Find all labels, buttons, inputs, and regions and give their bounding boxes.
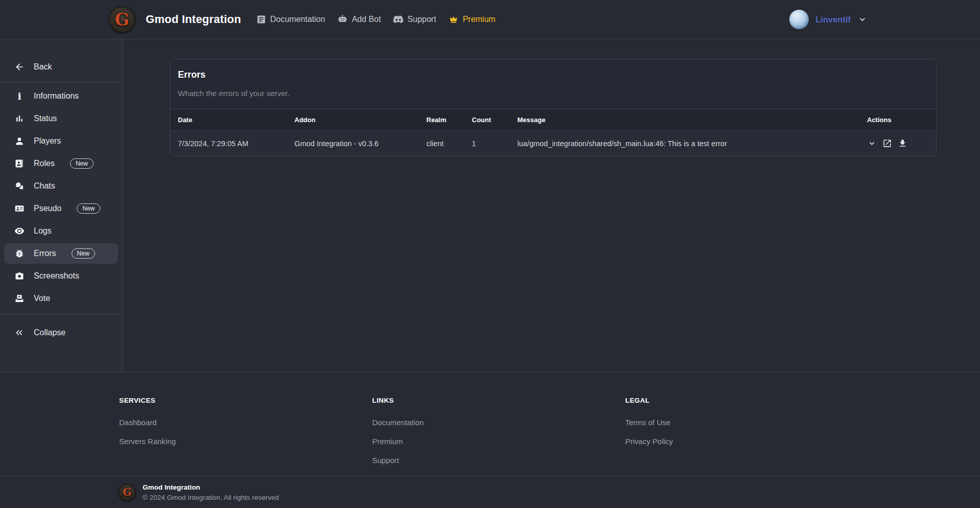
brand-logo-letter: G [115, 10, 129, 30]
top-navbar: G Gmod Integration Documentation Add Bot [0, 0, 980, 39]
nav-link-label: Documentation [270, 15, 326, 24]
sidebar-item-label: Screenshots [34, 271, 79, 281]
table-row: 7/3/2024, 7:29:05 AM Gmod Integration - … [170, 131, 936, 156]
chevron-down-icon [857, 14, 868, 25]
cell-date: 7/3/2024, 7:29:05 AM [170, 131, 287, 156]
sidebar-item-screenshots[interactable]: Screenshots [4, 266, 118, 286]
main-content: Errors Whatch the errors of your server.… [123, 40, 980, 372]
table-header-row: Date Addon Realm Count Message Actions [170, 109, 936, 131]
column-header-date: Date [170, 109, 287, 131]
nav-link-support[interactable]: Support [387, 14, 442, 25]
logs-icon [14, 226, 25, 236]
footer-copyright: © 2024 Gmod Integration. All rights rese… [143, 494, 279, 501]
page-title: Errors [178, 70, 928, 80]
info-icon: i [14, 91, 25, 101]
documentation-icon [256, 14, 266, 25]
sidebar-back-button[interactable]: Back [4, 57, 118, 77]
footer-brand-logo: G [119, 484, 135, 500]
chats-icon [14, 181, 25, 191]
footer-columns: SERVICES Dashboard Servers Ranking LINKS… [0, 372, 980, 465]
sidebar-item-pseudo[interactable]: Pseudo New [4, 198, 118, 219]
cell-actions [859, 131, 936, 156]
errors-card: Errors Whatch the errors of your server.… [170, 59, 937, 156]
sidebar-divider [0, 82, 122, 83]
nav-link-label: Premium [463, 15, 495, 24]
sidebar-item-label: Collapse [34, 328, 65, 337]
support-icon [393, 14, 403, 25]
status-icon [14, 113, 25, 124]
sidebar-item-label: Back [34, 62, 52, 72]
footer-link-privacy-policy[interactable]: Privacy Policy [625, 437, 878, 446]
sidebar-item-chats[interactable]: Chats [4, 176, 118, 196]
sidebar-item-logs[interactable]: Logs [4, 221, 118, 241]
footer-section-title: SERVICES [119, 397, 372, 404]
sidebar-item-informations[interactable]: i Informations [4, 86, 118, 106]
brand-title: Gmod Integration [146, 13, 241, 26]
sidebar-item-label: Errors [34, 249, 56, 258]
sidebar-item-label: Logs [34, 226, 52, 236]
column-header-realm: Realm [419, 109, 464, 131]
new-badge: New [72, 248, 95, 259]
footer-bottom-bar: G Gmod Integration © 2024 Gmod Integrati… [0, 476, 980, 508]
footer-brand-logo-letter: G [123, 486, 131, 498]
sidebar-item-status[interactable]: Status [4, 108, 118, 129]
sidebar-item-label: Pseudo [34, 204, 61, 213]
user-name: Linventif [815, 15, 851, 25]
sidebar-item-label: Roles [34, 159, 55, 168]
sidebar-collapse-button[interactable]: Collapse [4, 322, 118, 343]
footer-link-support[interactable]: Support [372, 456, 625, 465]
bug-icon [14, 248, 25, 259]
sidebar-item-errors[interactable]: Errors New [4, 243, 118, 264]
column-header-message: Message [510, 109, 859, 131]
nav-link-add-bot[interactable]: Add Bot [331, 14, 387, 25]
footer-link-dashboard[interactable]: Dashboard [119, 418, 372, 427]
sidebar-item-label: Informations [34, 91, 79, 101]
footer-link-premium[interactable]: Premium [372, 437, 625, 446]
cell-message: lua/gmod_integration/shared/sh_main.lua:… [510, 131, 859, 156]
footer-link-servers-ranking[interactable]: Servers Ranking [119, 437, 372, 446]
external-link-icon[interactable] [882, 138, 892, 148]
sidebar-item-label: Players [34, 136, 61, 146]
back-arrow-icon [14, 62, 25, 72]
sidebar: Back i Informations Status Players Roles… [0, 39, 123, 372]
sidebar-item-vote[interactable]: Vote [4, 288, 118, 309]
nav-link-premium[interactable]: Premium [442, 14, 502, 25]
sidebar-item-roles[interactable]: Roles New [4, 153, 118, 174]
avatar [789, 10, 809, 29]
sidebar-item-label: Vote [34, 294, 50, 303]
new-badge: New [77, 203, 100, 214]
nav-link-label: Support [407, 15, 436, 24]
footer: SERVICES Dashboard Servers Ranking LINKS… [0, 372, 980, 508]
nav-link-documentation[interactable]: Documentation [250, 14, 332, 25]
errors-card-header: Errors Whatch the errors of your server. [170, 59, 936, 109]
pseudo-icon [14, 203, 25, 214]
expand-row-icon[interactable] [867, 138, 877, 148]
footer-section-title: LINKS [372, 397, 625, 404]
footer-brand-name: Gmod Integration [143, 483, 279, 491]
cell-addon: Gmod Integration - v0.3.6 [287, 131, 419, 156]
sidebar-item-players[interactable]: Players [4, 131, 118, 151]
column-header-actions: Actions [859, 109, 936, 131]
user-menu[interactable]: Linventif [789, 10, 868, 29]
add-bot-icon [337, 14, 348, 25]
page-subtitle: Whatch the errors of your server. [178, 89, 928, 98]
footer-section-legal: LEGAL Terms of Use Privacy Policy [625, 397, 878, 465]
sidebar-item-label: Status [34, 114, 57, 123]
cell-realm: client [419, 131, 464, 156]
errors-table: Date Addon Realm Count Message Actions 7… [170, 109, 936, 156]
column-header-count: Count [464, 109, 510, 131]
footer-link-documentation[interactable]: Documentation [372, 418, 625, 427]
nav-link-label: Add Bot [352, 15, 381, 24]
camera-icon [14, 271, 25, 281]
footer-section-services: SERVICES Dashboard Servers Ranking [119, 397, 372, 465]
footer-link-terms-of-use[interactable]: Terms of Use [625, 418, 878, 427]
sidebar-item-label: Chats [34, 181, 55, 191]
players-icon [14, 136, 25, 146]
download-icon[interactable] [898, 138, 907, 148]
cell-count: 1 [464, 131, 510, 156]
brand-logo[interactable]: G [109, 7, 134, 32]
roles-icon [14, 158, 25, 169]
premium-icon [448, 14, 459, 25]
ballot-box-icon [14, 293, 25, 304]
navbar-links: Documentation Add Bot Support [250, 14, 502, 25]
